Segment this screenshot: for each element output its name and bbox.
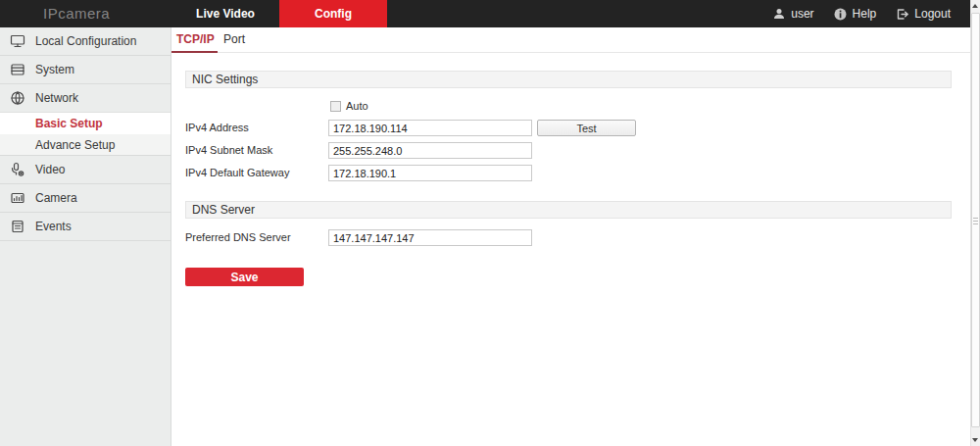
scrollbar-grip [973, 218, 978, 224]
ipv4-default-gateway-input[interactable] [328, 165, 532, 181]
video-icon [10, 162, 25, 177]
sidebar-item-label: Video [35, 163, 65, 176]
help-label: Help [853, 7, 877, 21]
nic-settings-header: NIC Settings [185, 71, 952, 88]
user-menu[interactable]: user [773, 7, 813, 21]
events-icon [10, 219, 25, 234]
ipv4-subnet-mask-input[interactable] [328, 142, 532, 159]
sidebar-item-label: Camera [35, 191, 77, 205]
system-icon [10, 62, 25, 77]
sidebar-item-label: Events [35, 220, 72, 233]
config-subtab-bar: TCP/IP Port [172, 27, 970, 53]
topbar: IPcamera Live Video Config user Help [0, 0, 970, 27]
sidebar-item-label: Network [35, 91, 78, 105]
ipv4-address-input[interactable] [328, 120, 532, 136]
sidebar-item-local-configuration[interactable]: Local Configuration [0, 27, 171, 56]
tab-config[interactable]: Config [279, 0, 387, 27]
tab-live-video[interactable]: Live Video [172, 0, 279, 27]
user-label: user [791, 7, 813, 21]
dns-server-header: DNS Server [185, 201, 952, 219]
sidebar-item-system[interactable]: System [0, 56, 171, 84]
preferred-dns-input[interactable] [328, 229, 532, 246]
ipv4-subnet-mask-label: IPv4 Subnet Mask [185, 142, 322, 159]
active-tab-underline [172, 51, 218, 53]
save-button[interactable]: Save [185, 268, 304, 286]
sidebar-item-label: Local Configuration [35, 34, 136, 48]
ipv4-address-label: IPv4 Address [185, 120, 322, 136]
sidebar-item-camera[interactable]: Camera [0, 184, 171, 213]
vertical-scrollbar[interactable] [970, 0, 980, 446]
scroll-up-arrow-icon[interactable] [971, 0, 980, 12]
sidebar-item-events[interactable]: Events [0, 213, 171, 241]
scroll-down-arrow-icon[interactable] [971, 434, 980, 446]
scrollbar-thumb[interactable] [971, 13, 980, 427]
logout-label: Logout [914, 7, 951, 21]
camera-icon [10, 190, 25, 206]
sidebar: Local Configuration System Network Basic… [0, 27, 172, 446]
sidebar-item-network[interactable]: Network [0, 84, 171, 113]
help-icon [834, 8, 847, 21]
tab-tcpip[interactable]: TCP/IP [176, 27, 215, 52]
logout-icon [896, 8, 908, 21]
sidebar-item-label: System [35, 63, 74, 76]
sidebar-item-video[interactable]: Video [0, 156, 171, 184]
help-menu[interactable]: Help [834, 7, 877, 21]
auto-checkbox-label: Auto [346, 99, 368, 114]
user-icon [773, 8, 785, 20]
topbar-right-group: user Help Logout [773, 0, 951, 27]
network-icon [10, 90, 25, 106]
tab-port[interactable]: Port [223, 27, 245, 52]
ipcamera-config-page: IPcamera Live Video Config user Help [0, 0, 980, 446]
ipv4-default-gateway-label: IPv4 Default Gateway [185, 165, 322, 181]
preferred-dns-label: Preferred DNS Server [185, 229, 322, 246]
sidebar-item-advance-setup[interactable]: Advance Setup [0, 134, 171, 156]
test-button[interactable]: Test [537, 120, 636, 136]
sidebar-item-basic-setup[interactable]: Basic Setup [0, 113, 171, 134]
app-logo: IPcamera [43, 0, 110, 27]
monitor-icon [10, 33, 25, 49]
logout-menu[interactable]: Logout [896, 7, 951, 21]
auto-checkbox[interactable] [330, 101, 341, 112]
